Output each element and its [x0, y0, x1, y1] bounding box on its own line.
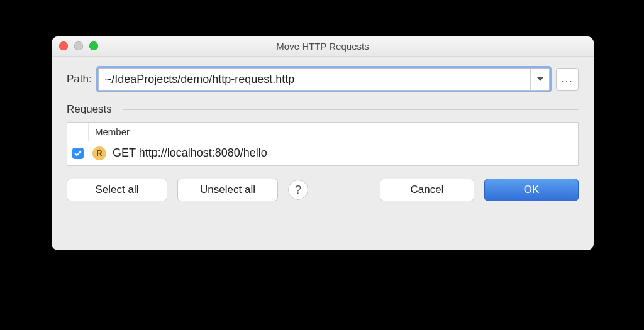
- help-button[interactable]: ?: [288, 180, 308, 200]
- dialog-window: Move HTTP Requests Path: ... Requests: [52, 36, 594, 250]
- chevron-down-icon: [536, 77, 544, 82]
- ok-button[interactable]: OK: [484, 179, 579, 201]
- unselect-all-button[interactable]: Unselect all: [177, 179, 278, 201]
- request-label: GET http://localhost:8080/hello: [113, 146, 267, 160]
- checkmark-icon: [74, 150, 82, 157]
- close-icon[interactable]: [59, 41, 68, 50]
- select-all-button[interactable]: Select all: [67, 179, 167, 201]
- row-checkbox[interactable]: [72, 148, 84, 159]
- minimize-icon: [74, 41, 83, 50]
- browse-button[interactable]: ...: [556, 68, 579, 91]
- table-row[interactable]: R GET http://localhost:8080/hello: [67, 141, 578, 165]
- svg-marker-0: [537, 77, 543, 81]
- requests-table: Member R GET http://localhost:8080/hello: [67, 122, 579, 166]
- column-header-member: Member: [89, 123, 578, 141]
- path-label: Path:: [67, 73, 92, 85]
- request-icon: R: [92, 146, 106, 160]
- path-dropdown-button[interactable]: [530, 69, 549, 90]
- column-header-checkbox: [67, 123, 89, 141]
- zoom-icon[interactable]: [89, 41, 98, 50]
- window-controls: [59, 41, 98, 50]
- path-input[interactable]: [99, 69, 530, 90]
- cancel-button[interactable]: Cancel: [380, 179, 474, 201]
- path-combobox[interactable]: [98, 68, 550, 91]
- requests-group-label: Requests: [67, 103, 579, 116]
- titlebar: Move HTTP Requests: [52, 36, 594, 57]
- table-header: Member: [67, 123, 578, 141]
- window-title: Move HTTP Requests: [52, 36, 594, 57]
